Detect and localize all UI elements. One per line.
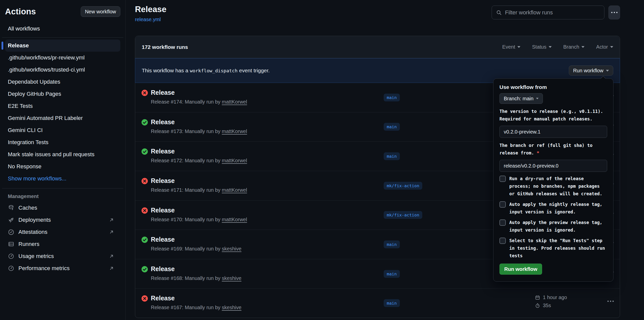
actor-link[interactable]: mattKorwel — [222, 99, 247, 105]
workflow-item-label: Dependabot Updates — [8, 79, 60, 85]
branch-chip[interactable]: main — [384, 299, 400, 307]
sidebar-workflow-item[interactable]: Gemini CLI CI — [5, 124, 120, 136]
sidebar-management-item[interactable]: Attestations — [5, 226, 120, 238]
run-title-link[interactable]: Release — [151, 148, 175, 155]
external-link-icon — [109, 229, 114, 235]
branch-chip[interactable]: main — [384, 240, 400, 248]
checkbox[interactable] — [499, 176, 506, 182]
chevron-down-icon — [517, 46, 520, 48]
sidebar-management-item[interactable]: Usage metrics — [5, 250, 120, 262]
sidebar-workflow-item[interactable]: Integration Tests — [5, 136, 120, 148]
sidebar-management-item[interactable]: Performance metrics — [5, 262, 120, 274]
actor-link[interactable]: mattKorwel — [222, 129, 247, 134]
sidebar-title: Actions — [5, 7, 36, 16]
sidebar-management-item[interactable]: Caches — [5, 202, 120, 214]
external-link-icon — [109, 266, 114, 271]
run-description: Release #174: Manually run by mattKorwel — [151, 99, 247, 105]
filter-dropdown[interactable]: Branch — [563, 44, 584, 50]
run-title-link[interactable]: Release — [151, 118, 175, 126]
management-item-label: Runners — [18, 241, 39, 247]
actions-sidebar: Actions New workflow All workflows Relea… — [0, 0, 126, 320]
external-link-icon — [109, 217, 114, 223]
checkbox[interactable] — [499, 219, 506, 226]
checkbox[interactable] — [499, 201, 506, 208]
new-workflow-button[interactable]: New workflow — [81, 6, 120, 17]
search-input[interactable] — [505, 9, 600, 16]
branch-select-button[interactable]: Branch: main — [499, 93, 543, 104]
banner-text: event trigger. — [239, 68, 270, 74]
branch-chip[interactable]: mk/fix-action — [384, 182, 422, 189]
filter-dropdown[interactable]: Actor — [596, 44, 613, 50]
sidebar-workflow-item[interactable]: E2E Tests — [5, 100, 120, 112]
workflow-item-label: .github/workflows/pr-review.yml — [8, 54, 85, 61]
management-item-label: Attestations — [18, 229, 47, 235]
filter-dropdown[interactable]: Event — [502, 44, 520, 50]
chevron-down-icon — [606, 70, 609, 72]
branch-chip[interactable]: main — [384, 123, 400, 131]
workflow-file-link[interactable]: release.yml — [135, 17, 161, 22]
workflow-item-label: Deploy GitHub Pages — [8, 91, 61, 97]
management-item-icon — [8, 229, 14, 235]
run-description: Release #167: Manually run by skeshive — [151, 305, 241, 310]
run-description: Release #173: Manually run by mattKorwel — [151, 129, 247, 134]
actor-link[interactable]: skeshive — [222, 275, 241, 281]
filter-dropdown[interactable]: Status — [532, 44, 552, 50]
run-status-icon — [142, 237, 148, 243]
ref-input[interactable] — [499, 160, 607, 172]
workflow-run-row[interactable]: Release Release #167: Manually run by sk… — [135, 288, 620, 318]
branch-chip[interactable]: main — [384, 93, 400, 101]
checkbox-label: Select to skip the "Run Tests" step in t… — [509, 237, 605, 260]
sidebar-workflow-item[interactable]: Gemini Automated PR Labeler — [5, 112, 120, 124]
run-title-link[interactable]: Release — [151, 89, 175, 96]
management-item-label: Deployments — [18, 217, 51, 223]
actor-link[interactable]: skeshive — [222, 246, 241, 251]
run-status-icon — [142, 266, 148, 272]
workflow-item-label: Integration Tests — [8, 139, 48, 146]
version-input[interactable] — [499, 126, 607, 138]
sidebar-item-all-workflows[interactable]: All workflows — [5, 24, 120, 34]
divider — [2, 188, 123, 188]
sidebar-workflow-item[interactable]: .github/workflows/trusted-ci.yml — [5, 64, 120, 76]
checkbox[interactable] — [499, 238, 506, 244]
branch-chip[interactable]: main — [384, 152, 400, 160]
show-more-workflows-link[interactable]: Show more workflows... — [5, 173, 120, 185]
workflow-options-kebab-button[interactable] — [608, 6, 620, 19]
run-workflow-submit-button[interactable]: Run workflow — [499, 264, 542, 275]
workflow-item-label: Gemini CLI CI — [8, 127, 43, 134]
filter-label: Actor — [596, 44, 608, 50]
branch-chip[interactable]: main — [384, 270, 400, 278]
actor-link[interactable]: skeshive — [222, 305, 241, 310]
success-icon — [142, 237, 148, 243]
run-meta: 1 hour ago 35s — [535, 295, 567, 308]
workflow-item-label: Release — [8, 42, 29, 49]
sidebar-management-item[interactable]: Runners — [5, 238, 120, 250]
management-item-label: Usage metrics — [18, 253, 54, 260]
management-section-title: Management — [5, 194, 120, 199]
run-workflow-dropdown-button[interactable]: Run workflow — [569, 66, 613, 76]
runs-count: 172 workflow runs — [142, 44, 188, 50]
sidebar-workflow-item[interactable]: Mark stale issues and pull requests — [5, 148, 120, 161]
chevron-down-icon — [536, 98, 539, 99]
run-title-link[interactable]: Release — [151, 295, 175, 302]
run-kebab-menu-icon[interactable] — [607, 301, 614, 302]
sidebar-workflow-item[interactable]: Dependabot Updates — [5, 76, 120, 88]
run-title-link[interactable]: Release — [151, 265, 175, 273]
sidebar-workflow-item[interactable]: Release — [5, 40, 120, 52]
branch-chip[interactable]: mk/fix-action — [384, 211, 422, 219]
sidebar-workflow-item[interactable]: .github/workflows/pr-review.yml — [5, 52, 120, 64]
chevron-down-icon — [549, 46, 552, 48]
dispatch-option-row: Select to skip the "Run Tests" step in t… — [499, 237, 607, 260]
run-description: Release #170: Manually run by mattKorwel — [151, 217, 247, 222]
run-title-link[interactable]: Release — [151, 236, 175, 243]
actor-link[interactable]: mattKorwel — [222, 187, 247, 193]
filter-label: Branch — [563, 44, 579, 50]
run-title-link[interactable]: Release — [151, 207, 175, 214]
run-title-link[interactable]: Release — [151, 177, 175, 184]
sidebar-workflow-item[interactable]: Deploy GitHub Pages — [5, 88, 120, 100]
actor-link[interactable]: mattKorwel — [222, 158, 247, 163]
success-icon — [142, 266, 148, 272]
sidebar-management-item[interactable]: Deployments — [5, 214, 120, 226]
actor-link[interactable]: mattKorwel — [222, 217, 247, 222]
sidebar-workflow-item[interactable]: No Response — [5, 161, 120, 173]
filter-workflow-runs-search[interactable] — [492, 6, 604, 19]
